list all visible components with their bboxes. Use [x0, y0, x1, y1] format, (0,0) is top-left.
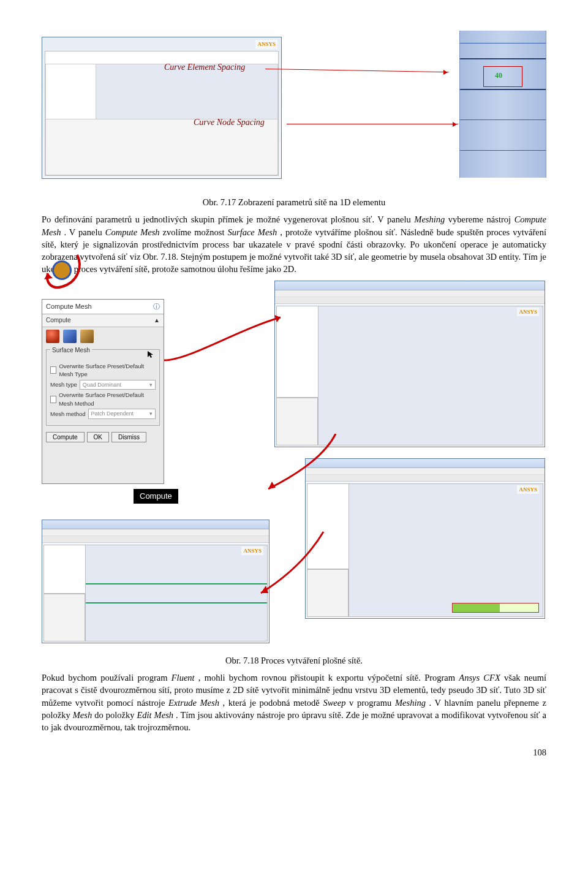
prism-icon[interactable]	[63, 330, 77, 343]
panel-title: Compute Mesh ⓘ	[42, 300, 164, 314]
text-italic: Edit Mesh	[137, 710, 173, 720]
arrow-2	[287, 124, 458, 124]
checkbox-label: Overwrite Surface Preset/Default Mesh Me…	[59, 391, 156, 407]
compute-tooltip: Compute	[134, 489, 178, 504]
mesh-type-select[interactable]: Quad Dominant▾	[80, 380, 156, 390]
curved-arrow-icon	[40, 249, 85, 293]
annotation-curve-element-spacing: Curve Element Spacing	[164, 61, 245, 74]
surface-mesh-group: Surface Mesh Overwrite Surface Preset/De…	[46, 349, 160, 425]
text-italic: Extrude Mesh	[168, 698, 219, 708]
text-italic: Surface Mesh	[228, 227, 277, 237]
ansys-logo: ANSYS	[255, 40, 277, 49]
text-italic: Mesh	[73, 710, 92, 720]
zoom-patch: 40	[459, 31, 546, 178]
app-window-step1: ANSYS	[274, 281, 545, 447]
overwrite-method-checkbox[interactable]	[50, 396, 56, 403]
paragraph-2: Pokud bychom používali program Fluent , …	[42, 671, 546, 733]
text: v programu	[349, 698, 395, 708]
text-italic: Ansys CFX	[459, 673, 500, 683]
text: , mohli bychom rovnou přistoupit k expor…	[198, 673, 459, 683]
hex-icon[interactable]	[80, 330, 94, 343]
ok-button[interactable]: OK	[87, 432, 109, 442]
arrow-1	[265, 69, 449, 72]
ansys-logo: ANSYS	[517, 308, 539, 317]
field-label: Mesh type	[50, 380, 77, 388]
select-value: Quad Dominant	[83, 381, 121, 389]
select-value: Patch Dependent	[91, 410, 134, 418]
field-label: Mesh method	[50, 410, 86, 418]
ansys-logo: ANSYS	[517, 485, 539, 494]
figure-7-17-caption: Obr. 7.17 Zobrazení parametrů sítě na 1D…	[42, 196, 546, 208]
text: Compute	[46, 317, 71, 323]
page-number: 108	[42, 746, 546, 758]
text-italic: Compute Mesh	[105, 227, 160, 237]
text-italic: Fluent	[172, 673, 195, 683]
mesh-method-select[interactable]: Patch Dependent▾	[88, 409, 156, 419]
panel-subtitle: Compute ▲	[42, 314, 164, 327]
group-legend: Surface Mesh	[50, 347, 92, 354]
text-italic: Meshing	[414, 214, 445, 224]
app-window-icecfd: ANSYS	[42, 37, 282, 179]
arrow-connector-1	[164, 311, 287, 385]
mesh-type-icons	[42, 327, 164, 346]
text: do položky	[94, 710, 137, 720]
text: Pokud bychom používali program	[42, 673, 172, 683]
element-count: 40	[495, 70, 502, 81]
app-window-result: ANSYS	[42, 520, 270, 643]
arrow-connector-2	[262, 434, 348, 495]
cursor-icon	[146, 350, 155, 358]
text: Compute Mesh	[46, 303, 92, 310]
text: , která je podobná metodě	[223, 698, 323, 708]
figure-7-17: ANSYS 40 Curve Element Spacing Curve Nod…	[42, 37, 546, 190]
checkbox-label: Overwrite Surface Preset/Default Mesh Ty…	[59, 362, 156, 379]
overwrite-type-checkbox[interactable]	[50, 366, 56, 374]
dismiss-button[interactable]: Dismiss	[111, 432, 146, 442]
highlight-box: 40	[483, 66, 522, 87]
figure-7-18: Compute Mesh ⓘ Compute ▲ Surface Mesh Ov…	[42, 281, 546, 648]
text-italic: Sweep	[323, 698, 345, 708]
text-italic: Meshing	[395, 698, 426, 708]
text: zvolíme možnost	[163, 227, 228, 237]
annotation-curve-node-spacing: Curve Node Spacing	[194, 116, 265, 129]
figure-7-18-caption: Obr. 7.18 Proces vytváření plošné sítě.	[42, 654, 546, 667]
text: . V panelu	[64, 227, 105, 237]
tet-icon[interactable]	[46, 330, 59, 343]
compute-mesh-panel: Compute Mesh ⓘ Compute ▲ Surface Mesh Ov…	[42, 299, 164, 484]
progress-bar	[452, 603, 539, 613]
arrow-connector-3	[256, 526, 330, 599]
text: Po definování parametrů u jednotlivých s…	[42, 214, 414, 224]
text: vybereme nástroj	[448, 214, 514, 224]
paragraph-1: Po definování parametrů u jednotlivých s…	[42, 213, 546, 275]
compute-button[interactable]: Compute	[46, 432, 85, 442]
model-tree	[45, 64, 98, 120]
